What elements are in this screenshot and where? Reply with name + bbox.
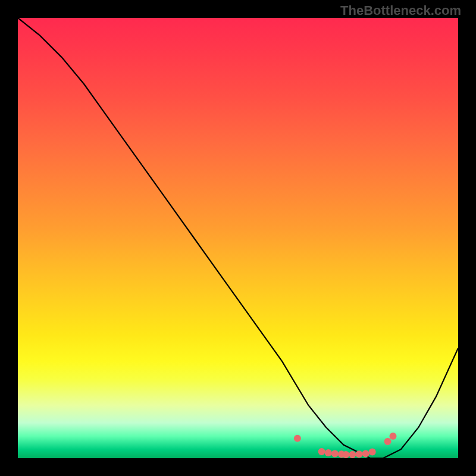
marker-point [384, 438, 392, 445]
plot-area [18, 18, 458, 458]
marker-point [331, 450, 339, 458]
bottleneck-curve [18, 18, 458, 458]
marker-point [390, 433, 397, 440]
watermark-text: TheBottleneck.com [340, 3, 461, 18]
marker-point [369, 449, 376, 456]
marker-point [342, 451, 349, 458]
marker-point [356, 450, 363, 458]
marker-point [362, 450, 369, 458]
marker-point [294, 435, 301, 442]
chart-svg [18, 18, 458, 458]
marker-point [318, 448, 325, 455]
chart-container: TheBottleneck.com [0, 0, 476, 476]
marker-point [349, 451, 356, 458]
marker-point [325, 449, 332, 456]
